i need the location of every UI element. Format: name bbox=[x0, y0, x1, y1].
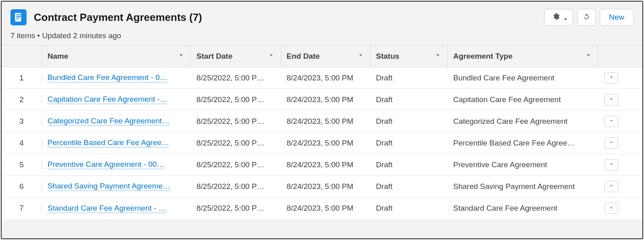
cell-agreement-type: Standard Care Fee Agreement bbox=[448, 204, 598, 213]
data-table: Name Start Date End Date Status Agreemen… bbox=[2, 45, 642, 219]
table-row: 5Preventive Care Agreement - 00…8/25/202… bbox=[2, 154, 642, 176]
col-header-name[interactable]: Name bbox=[42, 45, 191, 67]
table-row: 3Categorized Care Fee Agreement…8/25/202… bbox=[2, 111, 642, 132]
contract-icon bbox=[10, 9, 27, 25]
row-action-button[interactable] bbox=[605, 72, 618, 84]
cell-action bbox=[598, 137, 625, 149]
chevron-down-icon bbox=[609, 118, 614, 125]
row-action-button[interactable] bbox=[605, 203, 618, 214]
row-number: 1 bbox=[2, 74, 42, 82]
cell-agreement-type: Percentile Based Care Fee Agree… bbox=[448, 139, 598, 148]
col-label: Start Date bbox=[196, 52, 233, 61]
cell-agreement-type: Preventive Care Agreement bbox=[448, 160, 598, 169]
row-action-button[interactable] bbox=[605, 181, 618, 192]
cell-start-date: 8/25/2022, 5:00 P… bbox=[191, 204, 281, 213]
cell-end-date: 8/24/2023, 5:00 PM bbox=[281, 139, 370, 148]
row-action-button[interactable] bbox=[605, 137, 618, 149]
list-header: Contract Payment Agreements (7) New 7 it… bbox=[2, 2, 642, 45]
table-body: 1Bundled Care Fee Agreement - 0…8/25/202… bbox=[2, 67, 642, 219]
cell-start-date: 8/25/2022, 5:00 P… bbox=[191, 117, 281, 126]
record-link[interactable]: Bundled Care Fee Agreement - 0… bbox=[47, 73, 167, 82]
cell-action bbox=[598, 181, 625, 192]
table-row: 6Shared Saving Payment Agreeme…8/25/2022… bbox=[2, 176, 642, 197]
list-settings-button[interactable] bbox=[544, 9, 573, 26]
cell-action bbox=[598, 159, 625, 170]
cell-status: Draft bbox=[370, 74, 448, 82]
col-label: Status bbox=[376, 52, 399, 61]
cell-name: Standard Care Fee Agreement - … bbox=[42, 204, 191, 213]
row-action-button[interactable] bbox=[605, 94, 618, 105]
row-number: 4 bbox=[2, 139, 42, 148]
cell-agreement-type: Categorized Care Fee Agreement bbox=[448, 117, 598, 126]
table-header-row: Name Start Date End Date Status Agreemen… bbox=[2, 45, 642, 67]
cell-name: Shared Saving Payment Agreeme… bbox=[42, 182, 191, 191]
chevron-down-icon bbox=[268, 51, 275, 61]
chevron-down-icon bbox=[357, 51, 364, 61]
chevron-down-icon bbox=[609, 139, 614, 146]
col-header-agreement-type[interactable]: Agreement Type bbox=[448, 45, 598, 67]
header-actions: New bbox=[544, 9, 634, 26]
list-subtitle: 7 items • Updated 2 minutes ago bbox=[10, 31, 634, 40]
cell-start-date: 8/25/2022, 5:00 P… bbox=[191, 74, 281, 82]
chevron-down-icon bbox=[609, 183, 614, 190]
table-row: 1Bundled Care Fee Agreement - 0…8/25/202… bbox=[2, 67, 642, 89]
list-panel: Contract Payment Agreements (7) New 7 it… bbox=[1, 1, 643, 239]
chevron-down-icon bbox=[609, 205, 614, 212]
table-row: 4Percentile Based Care Fee Agree…8/25/20… bbox=[2, 132, 642, 154]
col-header-action bbox=[598, 45, 625, 67]
page-title: Contract Payment Agreements (7) bbox=[34, 11, 544, 24]
record-link[interactable]: Percentile Based Care Fee Agree… bbox=[47, 138, 169, 148]
refresh-button[interactable] bbox=[577, 9, 596, 26]
cell-action bbox=[598, 72, 625, 84]
col-header-start-date[interactable]: Start Date bbox=[191, 45, 281, 67]
cell-end-date: 8/24/2023, 5:00 PM bbox=[281, 182, 370, 191]
record-link[interactable]: Preventive Care Agreement - 00… bbox=[47, 160, 164, 169]
row-number: 2 bbox=[2, 95, 42, 104]
chevron-down-icon bbox=[609, 96, 614, 103]
cell-status: Draft bbox=[370, 160, 448, 169]
col-header-number bbox=[2, 45, 42, 67]
col-label: End Date bbox=[287, 52, 320, 61]
cell-agreement-type: Shared Saving Payment Agreement bbox=[448, 182, 598, 191]
cell-name: Capitation Care Fee Agreement -… bbox=[42, 95, 191, 104]
refresh-icon bbox=[582, 12, 590, 23]
table-row: 7Standard Care Fee Agreement - …8/25/202… bbox=[2, 197, 642, 219]
table-row: 2Capitation Care Fee Agreement -…8/25/20… bbox=[2, 89, 642, 111]
cell-agreement-type: Capitation Care Fee Agreement bbox=[448, 95, 598, 104]
cell-status: Draft bbox=[370, 182, 448, 191]
row-number: 7 bbox=[2, 204, 42, 213]
chevron-down-icon bbox=[609, 74, 614, 81]
cell-end-date: 8/24/2023, 5:00 PM bbox=[281, 160, 370, 169]
record-link[interactable]: Shared Saving Payment Agreeme… bbox=[47, 182, 170, 191]
cell-status: Draft bbox=[370, 117, 448, 126]
col-header-status[interactable]: Status bbox=[370, 45, 448, 67]
cell-status: Draft bbox=[370, 204, 448, 213]
cell-end-date: 8/24/2023, 5:00 PM bbox=[281, 95, 370, 104]
cell-name: Categorized Care Fee Agreement… bbox=[42, 117, 191, 126]
cell-status: Draft bbox=[370, 139, 448, 148]
header-top: Contract Payment Agreements (7) New bbox=[10, 9, 634, 26]
chevron-down-icon bbox=[609, 161, 614, 168]
record-link[interactable]: Standard Care Fee Agreement - … bbox=[47, 204, 166, 213]
cell-status: Draft bbox=[370, 95, 448, 104]
col-header-end-date[interactable]: End Date bbox=[281, 45, 370, 67]
cell-end-date: 8/24/2023, 5:00 PM bbox=[281, 74, 370, 82]
cell-agreement-type: Bundled Care Fee Agreement bbox=[448, 74, 598, 82]
row-action-button[interactable] bbox=[605, 116, 618, 127]
cell-name: Preventive Care Agreement - 00… bbox=[42, 160, 191, 169]
chevron-down-icon bbox=[585, 51, 592, 61]
row-action-button[interactable] bbox=[605, 159, 618, 170]
row-number: 5 bbox=[2, 160, 42, 169]
col-label: Agreement Type bbox=[453, 52, 512, 61]
gear-icon bbox=[552, 12, 560, 23]
record-link[interactable]: Categorized Care Fee Agreement… bbox=[47, 117, 169, 126]
new-button[interactable]: New bbox=[600, 9, 634, 26]
row-number: 3 bbox=[2, 117, 42, 126]
cell-name: Bundled Care Fee Agreement - 0… bbox=[42, 73, 191, 82]
col-label: Name bbox=[47, 52, 68, 61]
cell-name: Percentile Based Care Fee Agree… bbox=[42, 138, 191, 148]
cell-start-date: 8/25/2022, 5:00 P… bbox=[191, 182, 281, 191]
record-link[interactable]: Capitation Care Fee Agreement -… bbox=[47, 95, 167, 104]
cell-end-date: 8/24/2023, 5:00 PM bbox=[281, 204, 370, 213]
chevron-down-icon bbox=[434, 51, 442, 61]
